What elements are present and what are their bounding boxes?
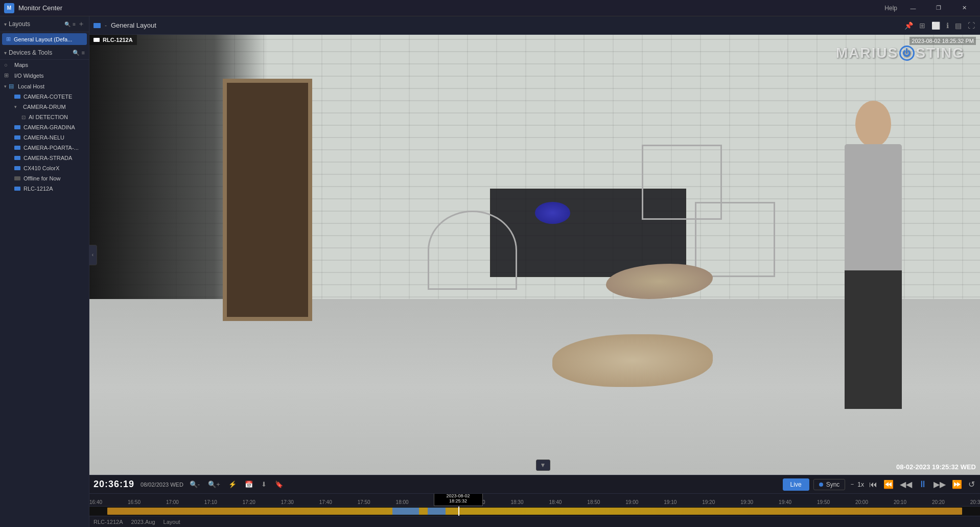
sidebar-item-camera-gradina[interactable]: CAMERA-GRADINA bbox=[0, 122, 89, 132]
sidebar-item-ai-detection[interactable]: ⊡ AI DETECTION bbox=[0, 112, 89, 122]
sidebar-group-camera-drum[interactable]: ▾ CAMERA-DRUM bbox=[0, 102, 89, 112]
devices-collapse-icon[interactable]: ▾ bbox=[4, 50, 7, 56]
layouts-collapse-icon[interactable]: ▾ bbox=[4, 21, 7, 27]
content-area: - General Layout 📌 ⊞ ⬜ ℹ ▤ ⛶ bbox=[89, 16, 980, 527]
cx410-icon bbox=[14, 166, 20, 170]
thumb-date-label: 2023-08-02 bbox=[435, 494, 481, 498]
restore-button[interactable]: ❐ bbox=[927, 0, 950, 16]
fast-forward-button[interactable]: ▶▶ bbox=[932, 478, 947, 490]
general-layout-item[interactable]: ⊞ General Layout (Defa... bbox=[2, 33, 87, 45]
ruler-label-1950: 19:50 bbox=[817, 499, 830, 505]
offline-icon bbox=[14, 176, 20, 180]
layouts-sort-icon[interactable]: ≡ bbox=[73, 21, 76, 27]
devices-sort-icon[interactable]: ≡ bbox=[82, 50, 85, 56]
camera-gradina-label: CAMERA-GRADINA bbox=[24, 124, 75, 130]
devices-search-icon[interactable]: 🔍 bbox=[73, 50, 80, 56]
sidebar-item-camera-poarta[interactable]: CAMERA-POARTA-... bbox=[0, 143, 89, 153]
ruler-label-1850: 18:50 bbox=[587, 499, 600, 505]
layout-full-button[interactable]: ⬜ bbox=[930, 20, 941, 31]
recording-segment-main bbox=[107, 508, 962, 515]
timeline-area: 20:36:19 08/02/2023 WED 🔍- 🔍+ ⚡ 📅 ⬇ 🔖 Li… bbox=[89, 475, 980, 527]
zoom-out-button[interactable]: 🔍- bbox=[188, 479, 202, 489]
filter-button[interactable]: ⚡ bbox=[226, 479, 239, 489]
ruler-label-1920: 19:20 bbox=[702, 499, 715, 505]
ruler-label-2010: 20:10 bbox=[894, 499, 906, 505]
main-layout: ▾ Layouts 🔍 ≡ ＋ ⊞ General Layout (Defa..… bbox=[0, 16, 980, 527]
ruler-label-2000: 20:00 bbox=[855, 499, 868, 505]
skip-back-button[interactable]: ⏮ bbox=[868, 479, 878, 490]
camera-strada-label: CAMERA-STRADA bbox=[24, 155, 72, 161]
sidebar-item-cx410[interactable]: CX410 ColorX bbox=[0, 163, 89, 173]
speed-label: 1x bbox=[857, 481, 864, 488]
rlc1212a-sidebar-label: RLC-1212A bbox=[24, 186, 53, 192]
sidebar-item-camera-strada[interactable]: CAMERA-STRADA bbox=[0, 153, 89, 163]
layouts-section-header: ▾ Layouts 🔍 ≡ ＋ bbox=[0, 16, 89, 32]
layout-tile-button[interactable]: ▤ bbox=[954, 20, 963, 31]
maps-icon: ○ bbox=[4, 62, 11, 68]
download-button[interactable]: ⬇ bbox=[259, 479, 269, 489]
sidebar: ▾ Layouts 🔍 ≡ ＋ ⊞ General Layout (Defa..… bbox=[0, 16, 89, 527]
video-area: MARIUS⏻STING RLC-1212A 2023-08-02 18:25:… bbox=[89, 35, 980, 475]
overlay-cam-icon bbox=[94, 38, 100, 42]
camera-cotete-label: CAMERA-COTETE bbox=[24, 94, 72, 100]
content-layout-title: General Layout bbox=[111, 21, 899, 29]
ai-detection-label: AI DETECTION bbox=[29, 114, 68, 120]
sync-dot-icon bbox=[819, 483, 823, 487]
sidebar-item-camera-cotete[interactable]: CAMERA-COTETE bbox=[0, 91, 89, 102]
devices-tools-title[interactable]: Devices & Tools bbox=[9, 49, 71, 56]
step-back-button[interactable]: ⏪ bbox=[882, 478, 895, 490]
scene-person bbox=[837, 101, 908, 409]
ruler-label-1750: 17:50 bbox=[358, 499, 370, 505]
layouts-title[interactable]: Layouts bbox=[9, 20, 62, 28]
sidebar-item-rlc1212a[interactable]: RLC-1212A bbox=[0, 184, 89, 194]
localhost-expand-icon: ▾ bbox=[4, 84, 7, 89]
ruler-label-1740: 17:40 bbox=[319, 499, 332, 505]
rewind-button[interactable]: ◀◀ bbox=[899, 478, 913, 490]
minimize-button[interactable]: — bbox=[901, 0, 925, 16]
sidebar-item-io-widgets[interactable]: ⊞ I/O Widgets bbox=[0, 70, 89, 81]
bookmark-button[interactable]: 🔖 bbox=[273, 479, 285, 489]
ruler-label-1700: 17:00 bbox=[166, 499, 179, 505]
zoom-in-button[interactable]: 🔍+ bbox=[206, 479, 222, 489]
sidebar-item-camera-nelu[interactable]: CAMERA-NELU bbox=[0, 132, 89, 143]
camera-nelu-icon bbox=[14, 135, 20, 140]
scene-person-body bbox=[845, 144, 902, 283]
layout-grid-button[interactable]: ⊞ bbox=[918, 20, 926, 31]
devices-tools-section: ▾ Devices & Tools 🔍 ≡ ○ Maps ⊞ I/O Widge… bbox=[0, 46, 89, 527]
speed-area[interactable]: － 1x bbox=[849, 480, 864, 489]
localhost-label: Local Host bbox=[18, 83, 44, 89]
thumbnail-popup: 2023-08-02 18:25:32 bbox=[434, 494, 483, 506]
live-button[interactable]: Live bbox=[783, 478, 809, 491]
layouts-search-icon[interactable]: 🔍 bbox=[64, 21, 71, 27]
play-pause-button[interactable]: ⏸ bbox=[917, 478, 928, 491]
layouts-add-button[interactable]: ＋ bbox=[78, 19, 85, 29]
timeline-ruler[interactable]: 16:40 16:50 17:00 17:10 17:20 17:30 17:4… bbox=[89, 494, 980, 506]
sync-area[interactable]: Sync bbox=[813, 479, 846, 490]
sidebar-collapse-handle[interactable]: ‹ bbox=[89, 245, 97, 265]
camera-cotete-icon bbox=[14, 95, 20, 99]
watermark: MARIUS⏻STING bbox=[836, 45, 965, 61]
power-icon: ⏻ bbox=[899, 45, 915, 61]
sidebar-item-maps[interactable]: ○ Maps bbox=[0, 60, 89, 70]
help-button[interactable]: Help bbox=[884, 5, 897, 12]
layout-item-label: General Layout (Defa... bbox=[14, 36, 72, 42]
step-forward-button[interactable]: ⏩ bbox=[951, 478, 963, 490]
sidebar-group-localhost[interactable]: ▾ ▤ Local Host bbox=[0, 81, 89, 91]
maps-label: Maps bbox=[14, 62, 28, 68]
fullscreen-button[interactable]: ⛶ bbox=[967, 20, 976, 31]
camera-poarta-icon bbox=[14, 146, 20, 150]
speed-minus-icon[interactable]: － bbox=[849, 480, 855, 489]
calendar-button[interactable]: 📅 bbox=[243, 479, 255, 489]
pin-button[interactable]: 📌 bbox=[903, 20, 914, 31]
close-button[interactable]: ✕ bbox=[952, 0, 976, 16]
timeline-track-main[interactable] bbox=[89, 507, 980, 516]
skip-forward-button[interactable]: ↺ bbox=[967, 478, 976, 490]
info-button[interactable]: ℹ bbox=[945, 20, 950, 31]
camera-drum-expand-icon: ▾ bbox=[14, 104, 17, 109]
recording-segment-blue-2 bbox=[428, 508, 446, 515]
ruler-label-2030: 20:30 bbox=[970, 499, 980, 505]
cam-timestamp-bottom: 08-02-2023 19:25:32 WED bbox=[896, 463, 976, 471]
timeline-expand-button[interactable]: ▼ bbox=[536, 460, 550, 471]
sidebar-item-offline[interactable]: Offline for Now bbox=[0, 173, 89, 184]
camera-drum-label: CAMERA-DRUM bbox=[23, 104, 66, 110]
